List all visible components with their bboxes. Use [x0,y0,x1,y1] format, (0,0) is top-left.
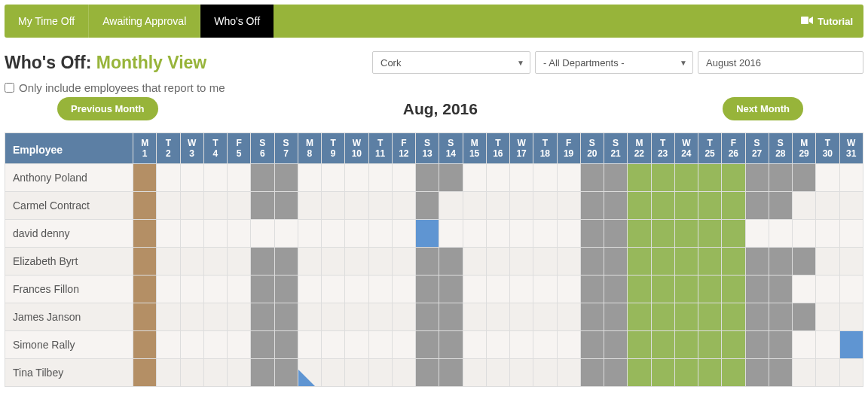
day-cell[interactable] [274,303,298,331]
day-cell[interactable] [839,248,863,276]
day-cell[interactable] [251,303,274,331]
day-cell[interactable] [793,359,816,387]
day-cell[interactable] [228,192,251,220]
day-cell[interactable] [180,248,203,276]
day-cell[interactable] [816,248,839,276]
day-cell[interactable] [368,359,392,387]
day-cell[interactable] [180,220,203,248]
day-cell[interactable] [203,331,227,359]
day-cell[interactable] [745,220,769,248]
day-cell[interactable] [580,164,604,192]
day-cell[interactable] [345,164,368,192]
day-cell[interactable] [251,359,274,387]
day-cell[interactable] [133,359,157,387]
day-cell[interactable] [745,248,769,276]
day-cell[interactable] [298,303,321,331]
day-cell[interactable] [486,303,509,331]
day-cell[interactable] [604,359,628,387]
day-cell[interactable] [486,248,509,276]
day-cell[interactable] [180,331,203,359]
day-cell[interactable] [745,164,769,192]
day-cell[interactable] [133,248,157,276]
day-cell[interactable] [486,276,509,303]
day-cell[interactable] [157,276,180,303]
day-cell[interactable] [698,248,722,276]
day-cell[interactable] [274,276,298,303]
day-cell[interactable] [274,192,298,220]
day-cell[interactable] [674,303,698,331]
day-cell[interactable] [510,303,533,331]
day-cell[interactable] [180,192,203,220]
day-cell[interactable] [228,248,251,276]
day-cell[interactable] [298,276,321,303]
day-cell[interactable] [133,220,157,248]
day-cell[interactable] [816,359,839,387]
day-cell[interactable] [180,276,203,303]
day-cell[interactable] [180,359,203,387]
day-cell[interactable] [769,276,792,303]
day-cell[interactable] [416,303,439,331]
day-cell[interactable] [580,276,604,303]
day-cell[interactable] [251,248,274,276]
day-cell[interactable] [698,303,722,331]
day-cell[interactable] [392,359,415,387]
day-cell[interactable] [745,359,769,387]
day-cell[interactable] [510,220,533,248]
day-cell[interactable] [816,220,839,248]
day-cell[interactable] [486,164,509,192]
day-cell[interactable] [769,220,792,248]
day-cell[interactable] [769,303,792,331]
day-cell[interactable] [133,303,157,331]
day-cell[interactable] [698,220,722,248]
day-cell[interactable] [769,248,792,276]
day-cell[interactable] [839,276,863,303]
day-cell[interactable] [157,331,180,359]
day-cell[interactable] [674,276,698,303]
day-cell[interactable] [651,192,674,220]
day-cell[interactable] [298,331,321,359]
day-cell[interactable] [793,276,816,303]
day-cell[interactable] [839,303,863,331]
day-cell[interactable] [839,164,863,192]
day-cell[interactable] [745,331,769,359]
day-cell[interactable] [557,192,580,220]
day-cell[interactable] [463,248,486,276]
day-cell[interactable] [439,192,463,220]
day-cell[interactable] [439,164,463,192]
day-cell[interactable] [368,248,392,276]
day-cell[interactable] [322,220,345,248]
day-cell[interactable] [816,331,839,359]
day-cell[interactable] [439,303,463,331]
day-cell[interactable] [533,164,557,192]
day-cell[interactable] [604,192,628,220]
day-cell[interactable] [463,220,486,248]
day-cell[interactable] [298,220,321,248]
day-cell[interactable] [416,192,439,220]
day-cell[interactable] [486,331,509,359]
day-cell[interactable] [839,359,863,387]
day-cell[interactable] [722,248,745,276]
day-cell[interactable] [604,276,628,303]
day-cell[interactable] [628,276,651,303]
department-select[interactable]: - All Departments - [535,51,693,74]
day-cell[interactable] [557,220,580,248]
day-cell[interactable] [722,331,745,359]
day-cell[interactable] [133,192,157,220]
day-cell[interactable] [416,220,439,248]
day-cell[interactable] [203,276,227,303]
day-cell[interactable] [298,359,321,387]
day-cell[interactable] [510,359,533,387]
day-cell[interactable] [392,192,415,220]
day-cell[interactable] [486,192,509,220]
day-cell[interactable] [251,331,274,359]
day-cell[interactable] [203,359,227,387]
day-cell[interactable] [816,164,839,192]
day-cell[interactable] [228,303,251,331]
day-cell[interactable] [439,220,463,248]
day-cell[interactable] [322,359,345,387]
day-cell[interactable] [769,192,792,220]
day-cell[interactable] [439,331,463,359]
day-cell[interactable] [745,276,769,303]
day-cell[interactable] [651,359,674,387]
day-cell[interactable] [322,192,345,220]
